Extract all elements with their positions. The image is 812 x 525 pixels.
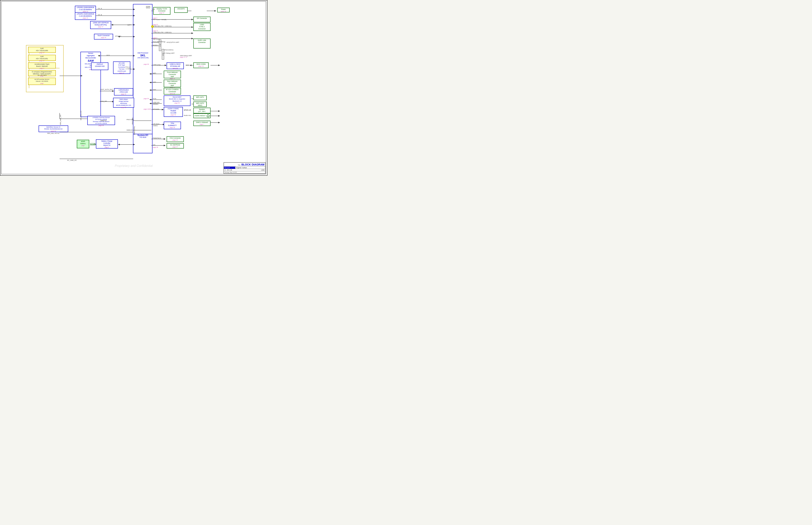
audio-inout-label: AUDIO IN/OUT bbox=[194, 115, 206, 117]
sar1-block: SARADI / ADUX1050 page 27 bbox=[28, 47, 56, 53]
svg-marker-41 bbox=[149, 82, 151, 83]
svg-marker-81 bbox=[218, 110, 220, 112]
svg-marker-51 bbox=[112, 90, 114, 92]
edp-label: eDP bbox=[152, 9, 155, 10]
prot-sel-label: PROT/SEL bbox=[132, 113, 133, 124]
accel-gyro-block: Accelerometer+GyroBosch / BMI160 page 3 bbox=[28, 62, 56, 69]
auth-chip-block: Authentication ATECC108 page 31 bbox=[114, 88, 133, 95]
sar1-label: SARADI / ADUX1050 bbox=[29, 47, 55, 52]
eeprom-label: 16MB UEFI EEPROM W25Q128FVPIQ bbox=[91, 22, 110, 26]
sar2-label: SARADI / ADUX1051 bbox=[29, 56, 55, 60]
qspi-label: QSPI bbox=[128, 24, 131, 26]
als-label: ALS/Proximity-Sensor Intersil / ISL29033 bbox=[29, 78, 55, 82]
lpddr3-a-label: LPDDR3 2GB/4GB/8GB 2 x32 @1600MHz bbox=[76, 6, 95, 11]
pcie-wifi-label: PCIe bbox=[153, 98, 156, 100]
aux-pch-label: AUX(C)/PCH UART bbox=[166, 42, 179, 43]
svg-marker-87 bbox=[81, 75, 83, 77]
tpm-label: TPM SLB9665TT bbox=[165, 122, 180, 126]
xdp-label: xDP bbox=[146, 6, 150, 8]
audio-codec-label: AUDIO CODEC Realtek ALC298 bbox=[165, 108, 182, 114]
anx2875-label: ANX2875 bbox=[175, 8, 187, 10]
diagram-title: BLOCK DIAGRAM bbox=[241, 163, 264, 166]
accel-gyro-label: Accelerometer+GyroBosch / BMI160 bbox=[29, 63, 55, 68]
wifi-block: Marvell 8897 WLAN 802.11 /b/g/n/AC Bluet… bbox=[164, 95, 190, 106]
fan-conn-label: FAN Connector bbox=[168, 137, 183, 139]
svg-marker-37 bbox=[165, 64, 166, 66]
battery-ctrl-page: page 6 bbox=[97, 147, 117, 148]
svg-marker-19 bbox=[214, 10, 216, 12]
svg-marker-6 bbox=[133, 15, 135, 16]
audio-codec-block: AUDIO CODEC Realtek ALC298 page 40 bbox=[164, 107, 183, 117]
usb2-sdxc-page: page 68 bbox=[168, 68, 183, 69]
sar2-block: SARADI / ADUX1051 page 27 bbox=[28, 55, 56, 61]
auth-chip-label: Authentication ATECC108 bbox=[115, 89, 132, 93]
svg-marker-69 bbox=[164, 138, 166, 140]
lpddr3-b-page: page 15 bbox=[76, 17, 95, 19]
sdio-conn-block: SDIO CONN page 18 bbox=[193, 62, 209, 68]
pch-uart-label: PCH UART(Debug) bbox=[153, 41, 165, 43]
sam-eeprom-label: SAM reflash image backup EEPROM MX25L400… bbox=[114, 99, 133, 106]
spi-label: SPI bbox=[153, 144, 155, 146]
fan-conn-block: FAN Connector page 33 bbox=[166, 136, 184, 142]
m2-page: page 47 bbox=[114, 72, 129, 74]
ir-cam-block: IR VGA CAMERA Connector page 49 bbox=[164, 88, 181, 94]
usb2-usb3-2-label: USB2.0(0) LPM + USB3.0(1) bbox=[153, 31, 172, 33]
title-block: Title: BLOCK DIAGRAM Microsoft Engineer:… bbox=[223, 162, 265, 174]
ec-eeprom-page: page 37 bbox=[168, 146, 183, 148]
usb2-sdxc-label: USB2 to SDXCRTS5304-GR bbox=[168, 63, 183, 68]
ec-eeprom-label: EC EEPROM bbox=[168, 144, 183, 146]
audio-codec-page: page 40 bbox=[165, 114, 182, 116]
lpddr3-b-label: LPDDR3 2GB/4GB/8GB 2 x32 @1600MHz bbox=[76, 13, 95, 17]
dmic1-block: DMIC1 Onboard page 7 bbox=[193, 121, 211, 126]
svg-marker-71 bbox=[164, 145, 166, 146]
speaker-block: SpeakerLt+/-, Rt+/- page 41 bbox=[193, 108, 211, 114]
sam-eeprom-page: page 31 bbox=[114, 106, 133, 108]
lpc-bus-label: LPC BUS24MHz bbox=[153, 123, 159, 126]
smbus3-pel-label: SMBUS3/PEL bbox=[133, 125, 135, 135]
svg-marker-39 bbox=[149, 73, 151, 75]
auth-chip-page: page 31 bbox=[115, 93, 132, 95]
sdio-label: SDIO bbox=[186, 64, 190, 66]
microsoft-label: Microsoft bbox=[224, 167, 235, 169]
spkr-lr-label: SPKR L/R bbox=[184, 109, 191, 111]
usb2-5-label: USB2.0(5)480Mb/s bbox=[153, 102, 160, 105]
display-tcon-block: Display TCON Connector page 57 bbox=[153, 7, 171, 15]
audio-mic-label: Audio+mic bbox=[184, 115, 191, 116]
touch-connector-label: Touch Connector bbox=[95, 34, 112, 37]
lpddr3-b-block: LPDDR3 2GB/4GB/8GB 2 x32 @1600MHz page 1… bbox=[75, 12, 96, 20]
svg-marker-83 bbox=[218, 115, 220, 117]
wifi-ant1-block: WIFI ANT1 bbox=[193, 95, 207, 100]
svg-marker-47 bbox=[149, 103, 151, 104]
svg-marker-43 bbox=[149, 89, 151, 91]
svg-marker-65 bbox=[133, 144, 135, 145]
pcie-sata-label: PCIe x2or SATA bbox=[126, 66, 131, 70]
battery-label: 40WhBattery bbox=[78, 140, 88, 145]
mipi1-label: MIPI bbox=[153, 72, 156, 74]
sen-hall-int-label: SEN_HALL_INT bbox=[60, 115, 61, 125]
voltage-label: +7.4V bbox=[90, 143, 95, 145]
surf-link-block: SURF LINK Connector bbox=[193, 39, 211, 48]
tpm-block: TPM SLB9665TT page 38 bbox=[164, 122, 181, 129]
processor-label: Intel Processor SKL 15W (BGA1168) bbox=[134, 52, 152, 59]
als-block: ALS/Proximity-Sensor Intersil / ISL29033… bbox=[28, 78, 56, 85]
dp4-aux-label: DP 4 Lane + AUX(B) bbox=[153, 19, 166, 20]
wifi-label: Marvell 8897 WLAN 802.11 /b/g/n/AC Bluet… bbox=[165, 96, 189, 102]
ec-debug-label: EC Debug UART bbox=[164, 52, 175, 54]
mipi2-label: MIPI bbox=[153, 81, 156, 83]
ch-b-label: CH_B bbox=[98, 14, 102, 16]
power-block: Power page 16 bbox=[217, 7, 230, 12]
svg-rect-91 bbox=[133, 4, 152, 153]
i2c-scl-mcu-label: I2C SCL MCU bbox=[38, 74, 47, 76]
aux-c-label: AUX(C) bbox=[153, 44, 158, 46]
front-cam-page: page 54 bbox=[165, 78, 180, 80]
sen-hall-int-vertical: SEN_HALL_INT bbox=[80, 112, 82, 120]
pwm-tach-label: PWM/TACH bbox=[153, 137, 161, 139]
ssd-label: 256/512/1024GB SSD bbox=[92, 63, 107, 68]
svg-marker-10 bbox=[111, 24, 113, 26]
usb3-only-label: USB3 (only) bbox=[153, 64, 160, 66]
battery-ctrl-label: Battery Charge Controller BQ24770 bbox=[97, 140, 117, 147]
ir-cam-label: IR VGA CAMERA Connector bbox=[165, 89, 180, 93]
ir-cam-page: page 49 bbox=[165, 93, 180, 95]
hpd-label: HPD/CONFIG1 bbox=[164, 49, 173, 51]
front-cam-block: Front Webcam Connector 5MP page 54 bbox=[164, 71, 181, 78]
